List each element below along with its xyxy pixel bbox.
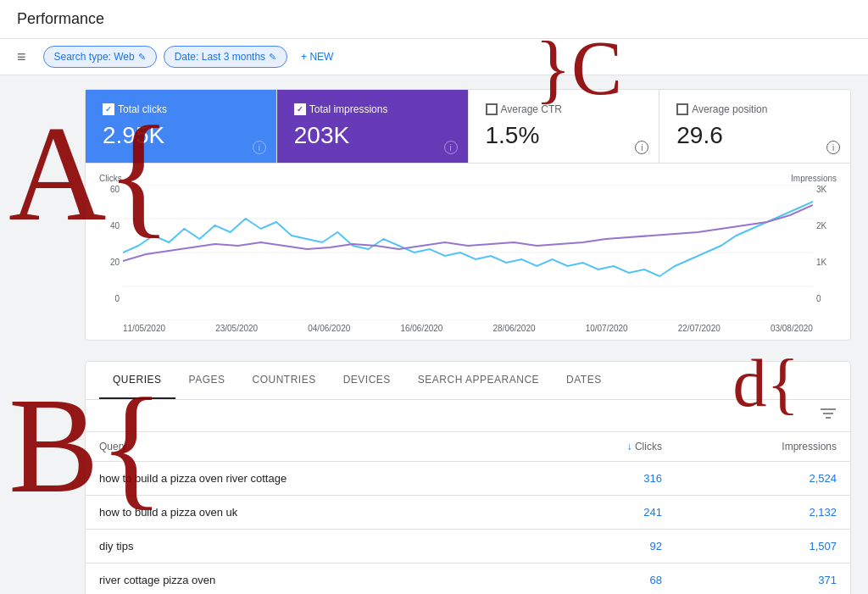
cell-impressions: 371 (676, 563, 850, 595)
x-label-3: 16/06/2020 (400, 324, 442, 333)
x-label-0: 11/05/2020 (123, 324, 165, 333)
total-clicks-card[interactable]: Total clicks 2.95K i (86, 90, 277, 163)
table-row[interactable]: river cottage pizza oven 68 371 (86, 563, 850, 595)
y-left-40: 40 (99, 221, 120, 230)
edit-icon: ✎ (138, 52, 146, 63)
x-label-5: 10/07/2020 (586, 324, 628, 333)
metrics-row: Total clicks 2.95K i Total impressions 2… (86, 90, 850, 164)
x-label-4: 28/06/2020 (493, 324, 536, 333)
filter-table-button[interactable] (820, 407, 837, 425)
average-ctr-checkbox[interactable] (486, 103, 498, 115)
tab-pages[interactable]: PAGES (175, 362, 239, 399)
total-clicks-info[interactable]: i (253, 141, 266, 154)
cell-clicks: 68 (543, 563, 676, 595)
x-label-7: 03/08/2020 (771, 324, 813, 333)
performance-chart (123, 185, 813, 320)
page-title: Performance (17, 10, 104, 28)
sort-icon: ↓ (627, 441, 635, 452)
tabs-row: QUERIES PAGES COUNTRIES DEVICES SEARCH A… (86, 362, 850, 400)
y-right-3k: 3K (816, 185, 837, 194)
total-clicks-label: Total clicks (118, 103, 167, 115)
cell-impressions: 1,507 (676, 530, 850, 563)
total-clicks-value: 2.95K (103, 122, 259, 149)
table-row[interactable]: diy tips 92 1,507 (86, 530, 850, 563)
average-position-card[interactable]: Average position 29.6 i (659, 90, 850, 163)
x-label-6: 22/07/2020 (678, 324, 721, 333)
cell-query: river cottage pizza oven (86, 563, 543, 595)
y-left-60: 60 (99, 185, 120, 194)
total-impressions-label: Total impressions (309, 103, 388, 115)
x-label-1: 23/05/2020 (215, 324, 258, 333)
search-type-filter[interactable]: Search type: Web ✎ (43, 46, 157, 68)
average-position-checkbox[interactable] (676, 103, 688, 115)
date-filter[interactable]: Date: Last 3 months ✎ (164, 46, 287, 68)
y-left-label: Clicks (99, 174, 122, 183)
new-button[interactable]: + NEW (294, 47, 340, 67)
y-right-2k: 2K (816, 221, 837, 230)
table-row[interactable]: how to build a pizza oven uk 241 2,132 (86, 496, 850, 530)
tab-dates[interactable]: DATES (553, 362, 615, 399)
cell-query: how to build a pizza oven uk (86, 496, 543, 530)
hamburger-icon[interactable]: ≡ (17, 48, 26, 66)
col-query: Query (86, 432, 543, 462)
cell-impressions: 2,132 (676, 496, 850, 530)
cell-impressions: 2,524 (676, 462, 850, 496)
tab-queries[interactable]: QUERIES (99, 362, 175, 399)
chart-area: Clicks Impressions 60 40 20 0 3 (86, 164, 850, 340)
average-ctr-card[interactable]: Average CTR 1.5% i (469, 90, 660, 163)
table-area: Query ↓ Clicks Impressions how to build … (86, 432, 850, 594)
average-position-label: Average position (692, 103, 767, 115)
table-row[interactable]: how to build a pizza oven river cottage … (86, 462, 850, 496)
queries-table: Query ↓ Clicks Impressions how to build … (86, 432, 850, 594)
col-clicks[interactable]: ↓ Clicks (543, 432, 676, 462)
date-label: Date: Last 3 months (175, 51, 265, 63)
x-label-2: 04/06/2020 (308, 324, 350, 333)
average-ctr-label: Average CTR (501, 103, 562, 115)
average-position-value: 29.6 (676, 122, 833, 149)
tab-devices[interactable]: DEVICES (330, 362, 404, 399)
cell-query: how to build a pizza oven river cottage (86, 462, 543, 496)
edit-icon-date: ✎ (269, 52, 276, 63)
y-right-0: 0 (816, 294, 837, 303)
y-right-1k: 1K (816, 258, 837, 267)
cell-clicks: 241 (543, 496, 676, 530)
y-left-0: 0 (99, 294, 120, 303)
total-impressions-checkbox[interactable] (294, 103, 306, 115)
average-ctr-info[interactable]: i (635, 141, 648, 154)
new-label: + NEW (301, 51, 333, 63)
total-impressions-card[interactable]: Total impressions 203K i (277, 90, 469, 163)
table-toolbar (86, 400, 850, 432)
average-position-info[interactable]: i (826, 141, 840, 154)
tab-search-appearance[interactable]: SEARCH APPEARANCE (404, 362, 553, 399)
total-impressions-value: 203K (294, 122, 451, 149)
y-right-label: Impressions (791, 174, 837, 183)
average-ctr-value: 1.5% (486, 122, 643, 149)
total-clicks-checkbox[interactable] (103, 103, 114, 115)
total-impressions-info[interactable]: i (444, 141, 458, 154)
cell-query: diy tips (86, 530, 543, 563)
y-left-20: 20 (99, 258, 120, 267)
tab-countries[interactable]: COUNTRIES (238, 362, 329, 399)
cell-clicks: 92 (543, 530, 676, 563)
search-type-label: Search type: Web (54, 51, 135, 63)
cell-clicks: 316 (543, 462, 676, 496)
chart-x-labels: 11/05/2020 23/05/2020 04/06/2020 16/06/2… (99, 324, 837, 333)
col-impressions: Impressions (676, 432, 850, 462)
